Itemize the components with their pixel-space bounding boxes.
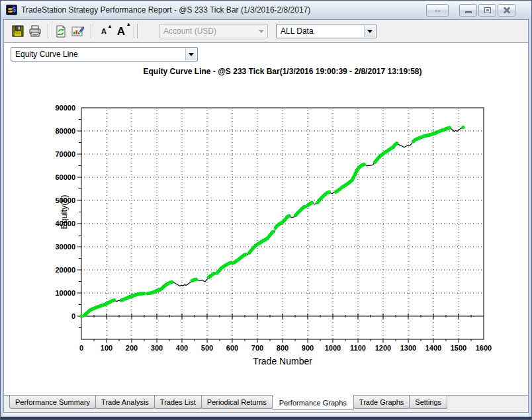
graph-type-dropdown-value: Equity Curve Line: [15, 50, 78, 59]
tab-settings[interactable]: Settings: [409, 396, 447, 409]
tab-trades-list[interactable]: Trades List: [154, 396, 202, 409]
font-decrease-icon: A: [101, 27, 107, 35]
window-bottom-border: [1, 417, 531, 419]
svg-text:300: 300: [151, 344, 163, 352]
svg-text:1300: 1300: [400, 344, 416, 352]
font-increase-button[interactable]: A▴: [112, 22, 130, 40]
print-button[interactable]: [26, 22, 44, 40]
dock-toggle-button[interactable]: ⇔: [426, 4, 449, 17]
minimize-icon: [465, 11, 472, 13]
svg-text:20000: 20000: [55, 266, 75, 274]
toolbar: A▴ A▴ Account (USD) ALL Data: [4, 20, 528, 42]
y-axis-title: Equity($): [59, 173, 69, 252]
minimize-button[interactable]: [459, 4, 477, 17]
svg-text:700: 700: [251, 344, 263, 352]
chart-title: Equity Curve Line - @S 233 Tick Bar(1/3/…: [81, 67, 484, 76]
svg-text:800: 800: [277, 344, 288, 352]
svg-text:70000: 70000: [55, 150, 75, 158]
refresh-button[interactable]: [52, 22, 69, 40]
svg-text:10000: 10000: [55, 289, 75, 297]
restore-button[interactable]: [478, 4, 496, 17]
svg-text:1000: 1000: [325, 344, 341, 352]
svg-text:1600: 1600: [476, 344, 492, 352]
printer-icon: [28, 25, 42, 37]
save-icon: [12, 25, 24, 37]
app-icon: $: [6, 5, 17, 15]
svg-text:100: 100: [101, 344, 112, 352]
title-bar: $ TradeStation Strategy Performance Repo…: [1, 1, 531, 19]
data-range-dropdown-value: ALL Data: [281, 26, 314, 36]
toolbar-separator: [134, 24, 134, 38]
chevron-down-icon: [189, 53, 194, 56]
tab-performance-summary[interactable]: Performance Summary: [9, 396, 96, 409]
font-decrease-button[interactable]: A▴: [95, 22, 112, 40]
double-arrow-icon: ⇔: [433, 6, 442, 15]
toolbar-separator: [137, 24, 138, 38]
account-dropdown-value: Account (USD): [163, 26, 216, 36]
data-range-dropdown[interactable]: ALL Data: [276, 24, 377, 38]
tab-bar: Performance Summary Trade Analysis Trade…: [4, 395, 528, 412]
tab-trade-analysis[interactable]: Trade Analysis: [95, 396, 155, 409]
tab-performance-graphs[interactable]: Performance Graphs: [272, 395, 354, 410]
font-increase-icon: A: [117, 25, 125, 38]
svg-text:0: 0: [71, 312, 75, 320]
account-dropdown: Account (USD): [159, 24, 268, 38]
svg-text:0: 0: [79, 344, 83, 352]
svg-text:500: 500: [201, 344, 213, 352]
chevron-down-icon: [259, 30, 264, 33]
tab-trade-graphs[interactable]: Trade Graphs: [353, 396, 410, 409]
svg-text:1400: 1400: [425, 344, 441, 352]
properties-icon: [71, 25, 85, 38]
x-axis-title: Trade Number: [81, 356, 484, 366]
toolbar-separator: [91, 24, 91, 38]
svg-text:400: 400: [176, 344, 188, 352]
svg-text:80000: 80000: [55, 127, 75, 135]
window: $ TradeStation Strategy Performance Repo…: [0, 0, 532, 420]
tab-periodical-returns[interactable]: Periodical Returns: [201, 396, 273, 409]
svg-text:1100: 1100: [350, 344, 366, 352]
svg-text:900: 900: [302, 344, 314, 352]
svg-text:600: 600: [226, 344, 238, 352]
svg-text:1500: 1500: [451, 344, 466, 352]
close-icon: [503, 6, 511, 14]
svg-text:1200: 1200: [375, 344, 391, 352]
properties-button[interactable]: [69, 22, 87, 40]
restore-icon: [484, 7, 491, 13]
chart-panel: 0100002000030000400005000060000700008000…: [4, 42, 528, 395]
svg-text:90000: 90000: [55, 104, 75, 112]
save-button[interactable]: [9, 22, 26, 40]
close-button[interactable]: [498, 4, 515, 17]
refresh-icon: [55, 25, 67, 38]
equity-curve-chart: 0100002000030000400005000060000700008000…: [4, 43, 528, 397]
svg-text:200: 200: [126, 344, 138, 352]
toolbar-separator: [48, 24, 48, 38]
chevron-down-icon: [367, 30, 373, 33]
window-title: TradeStation Strategy Performance Report…: [21, 5, 426, 15]
graph-type-dropdown[interactable]: Equity Curve Line: [11, 47, 198, 62]
